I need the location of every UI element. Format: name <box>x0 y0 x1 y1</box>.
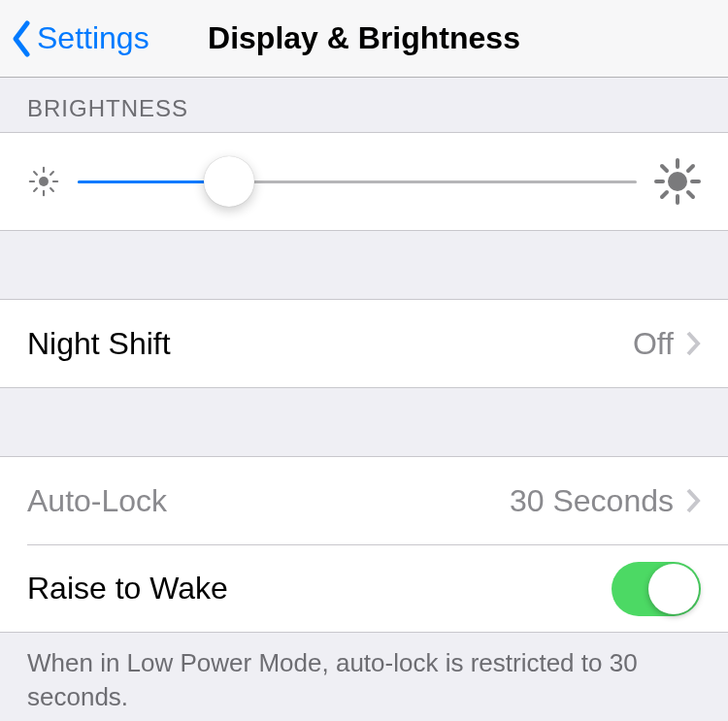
brightness-section-header: BRIGHTNESS <box>0 78 728 132</box>
svg-line-17 <box>662 192 667 197</box>
svg-point-0 <box>39 177 49 186</box>
switch-thumb <box>648 564 699 614</box>
back-button[interactable]: Settings <box>0 19 149 58</box>
svg-line-8 <box>34 188 37 191</box>
chevron-right-icon <box>685 331 701 356</box>
auto-lock-label: Auto-Lock <box>27 483 167 519</box>
slider-thumb[interactable] <box>204 156 254 207</box>
nav-bar: Settings Display & Brightness <box>0 0 728 78</box>
back-label: Settings <box>37 20 149 56</box>
svg-line-6 <box>50 188 53 191</box>
night-shift-group: Night Shift Off <box>0 299 728 388</box>
auto-lock-footer: When in Low Power Mode, auto-lock is res… <box>0 633 728 721</box>
svg-line-5 <box>34 172 37 175</box>
raise-to-wake-row: Raise to Wake <box>27 544 728 632</box>
chevron-left-icon <box>10 19 33 58</box>
brightness-slider-cell <box>0 133 728 230</box>
night-shift-value: Off <box>633 326 674 362</box>
chevron-right-icon <box>685 488 701 513</box>
night-shift-row[interactable]: Night Shift Off <box>0 300 728 387</box>
brightness-high-icon <box>654 158 701 205</box>
lock-wake-group: Auto-Lock 30 Seconds Raise to Wake <box>0 456 728 633</box>
brightness-slider[interactable] <box>78 156 637 207</box>
brightness-low-icon <box>27 165 60 198</box>
svg-line-15 <box>688 192 693 197</box>
brightness-group <box>0 132 728 231</box>
raise-to-wake-switch[interactable] <box>612 562 701 616</box>
svg-line-16 <box>688 166 693 171</box>
night-shift-label: Night Shift <box>27 326 171 362</box>
svg-line-7 <box>50 172 53 175</box>
auto-lock-value: 30 Seconds <box>510 483 674 519</box>
svg-point-9 <box>668 172 687 191</box>
raise-to-wake-label: Raise to Wake <box>27 571 228 606</box>
auto-lock-row[interactable]: Auto-Lock 30 Seconds <box>0 457 728 544</box>
svg-line-14 <box>662 166 667 171</box>
